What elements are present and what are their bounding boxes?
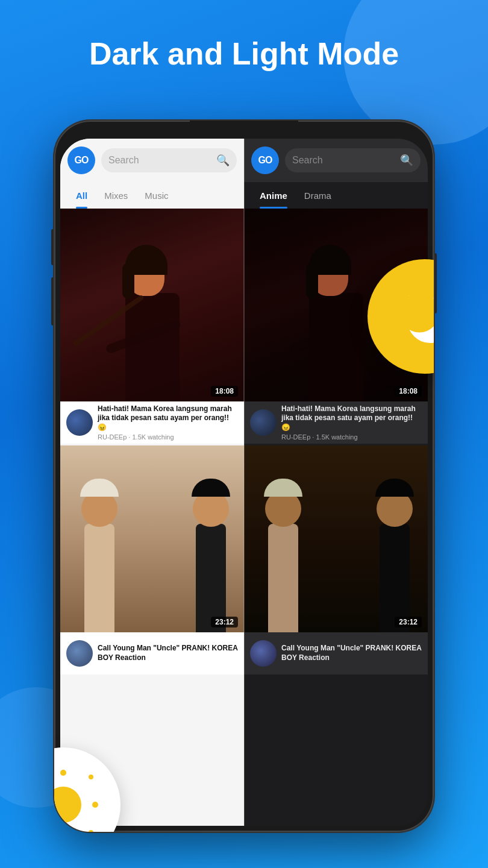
app-logo-light: GO [67, 146, 95, 174]
search-placeholder-light: Search [108, 155, 211, 166]
sun-ray-right [92, 802, 98, 808]
avatar-2-dark [250, 640, 277, 667]
logo-text-dark: GO [258, 155, 272, 166]
avatar-1-dark [250, 409, 277, 436]
video-1-info-dark: Hati-hati! Mama Korea langsung marah jik… [244, 401, 428, 444]
video-thumbnail-1-light[interactable]: 18:08 [60, 209, 244, 401]
page-title: Dark and Light Mode [0, 36, 488, 72]
video-1-meta-dark: RU-DEEp · 1.5K watching [281, 433, 422, 441]
svg-point-3 [399, 292, 434, 332]
video-2-title-light: Call Young Man "Uncle" PRANK! KOREA BOY … [98, 644, 238, 662]
tab-music-light[interactable]: Music [136, 182, 177, 209]
sun-ray-tr [89, 775, 93, 779]
video-1-title-light: Hati-hati! Mama Korea langsung marah jik… [98, 404, 238, 433]
search-bar-light[interactable]: Search 🔍 [101, 148, 237, 172]
search-icon-dark: 🔍 [400, 154, 413, 167]
phone-body: GO Search 🔍 All Mixes M [54, 121, 434, 832]
video-thumbnail-2-light[interactable]: 23:12 [60, 445, 244, 632]
tab-anime-dark[interactable]: Anime [251, 182, 296, 209]
light-mode-half: GO Search 🔍 All Mixes M [60, 139, 244, 826]
dark-mode-half: GO Search 🔍 Anime Drama [244, 139, 428, 826]
video-1-title-dark: Hati-hati! Mama Korea langsung marah jik… [281, 404, 422, 433]
sun-rays-container [54, 769, 99, 832]
sun-ray-br [89, 830, 93, 832]
video-1-duration: 18:08 [211, 386, 238, 397]
tab-bar-light: All Mixes Music [60, 182, 244, 209]
avatar-1-light [66, 409, 93, 436]
search-placeholder-dark: Search [292, 155, 395, 166]
sun-core [54, 787, 81, 823]
tab-mixes-light[interactable]: Mixes [96, 182, 136, 209]
video-2-duration-dark: 23:12 [395, 617, 422, 627]
moon-svg: + + [392, 283, 434, 350]
video-2-duration: 23:12 [211, 617, 238, 627]
video-2-info-light: Call Young Man "Uncle" PRANK! KOREA BOY … [60, 632, 244, 675]
video-1-duration-dark: 18:08 [395, 386, 422, 397]
phone-notch [190, 121, 298, 137]
logo-text: GO [75, 155, 89, 166]
video-1-info-light: Hati-hati! Mama Korea langsung marah jik… [60, 401, 244, 444]
search-icon-light: 🔍 [216, 154, 230, 167]
app-logo-dark: GO [251, 146, 279, 174]
phone-screen: GO Search 🔍 All Mixes M [60, 139, 428, 826]
search-bar-dark[interactable]: Search 🔍 [285, 148, 421, 172]
phone-button-power [434, 253, 437, 313]
sun-ray-top [60, 770, 66, 776]
content-light: 18:08 Hati-hati! Mama Korea langsung mar… [60, 209, 244, 826]
video-2-title-dark: Call Young Man "Uncle" PRANK! KOREA BOY … [281, 644, 422, 662]
video-1-meta-light: RU-DEEp · 1.5K watching [98, 433, 238, 441]
mode-divider [243, 139, 245, 826]
video-thumbnail-2-dark[interactable]: 23:12 [244, 445, 428, 632]
tab-drama-dark[interactable]: Drama [296, 182, 340, 209]
tab-bar-dark: Anime Drama [244, 182, 428, 209]
avatar-2-light [66, 640, 93, 667]
tab-all-light[interactable]: All [67, 182, 96, 209]
app-header-dark: GO Search 🔍 [244, 139, 428, 182]
video-2-info-dark: Call Young Man "Uncle" PRANK! KOREA BOY … [244, 632, 428, 675]
phone-mockup: GO Search 🔍 All Mixes M [54, 121, 434, 832]
app-header-light: GO Search 🔍 [60, 139, 244, 182]
